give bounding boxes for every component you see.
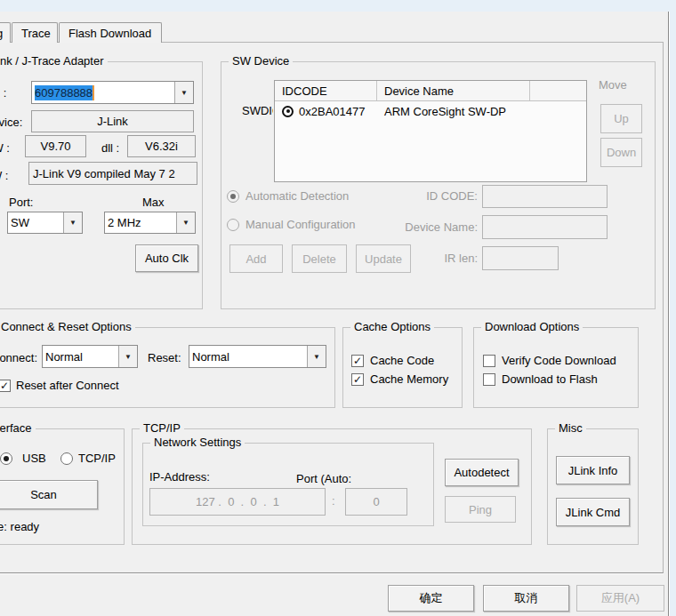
tcpip-radio-label: TCP/IP <box>78 452 116 466</box>
sw-device-group-title: SW Device <box>229 54 293 68</box>
tab-flash-download-label: Flash Download <box>68 27 151 40</box>
connect-dropdown-arrow-icon[interactable]: ▼ <box>118 346 137 367</box>
interface-group-title: Interface <box>0 421 36 436</box>
connect-combobox[interactable]: Normal ▼ <box>42 345 138 368</box>
ir-len-label: IR len: <box>406 252 478 266</box>
manual-configuration-label: Manual Configuration <box>245 218 356 232</box>
sn-dropdown-arrow-icon[interactable]: ▼ <box>174 82 193 103</box>
sn-combobox[interactable]: 609788888 ▼ <box>31 81 194 104</box>
usb-label: USB <box>22 452 46 466</box>
move-label: Move <box>599 78 627 92</box>
tab-trace[interactable]: Trace <box>12 22 58 43</box>
apply-button: 应用(A) <box>576 585 664 612</box>
sn-label: SN : <box>0 86 6 100</box>
cache-code-label: Cache Code <box>370 354 434 368</box>
jlink-driver-setup-dialog: Debug Trace Flash Download J-Link / J-Tr… <box>0 12 669 616</box>
auto-clk-button[interactable]: Auto Clk <box>135 244 198 272</box>
fw-label: FW : <box>0 169 8 183</box>
jlink-info-button[interactable]: JLink Info <box>556 456 630 484</box>
state-text: State: ready <box>0 520 39 534</box>
dll-label: dll : <box>101 141 119 156</box>
connect-reset-group-title: Connect & Reset Options <box>0 320 135 334</box>
port-dropdown-arrow-icon[interactable]: ▼ <box>63 212 82 233</box>
cache-memory-checkbox[interactable]: ✓ <box>351 373 364 386</box>
cancel-button[interactable]: 取消 <box>483 585 569 612</box>
tab-flash-download[interactable]: Flash Download <box>59 22 162 43</box>
automatic-detection-radio <box>227 190 239 203</box>
download-to-flash-checkbox[interactable] <box>483 373 495 386</box>
cache-options-group-title: Cache Options <box>350 320 434 334</box>
row-idcode: 0x2BA01477 <box>299 105 365 118</box>
screen: Debug Trace Flash Download J-Link / J-Tr… <box>0 0 676 616</box>
tcpip-group-title: TCP/IP <box>140 421 184 436</box>
cache-memory-label: Cache Memory <box>370 372 448 387</box>
max-label: Max <box>142 196 165 210</box>
verify-code-download-checkbox[interactable] <box>483 355 495 367</box>
usb-radio[interactable] <box>0 452 12 465</box>
download-to-flash-label: Download to Flash <box>502 372 598 387</box>
id-code-input <box>482 185 608 208</box>
move-down-button: Down <box>600 138 642 167</box>
row-selected-radio-icon <box>282 106 294 117</box>
verify-code-download-label: Verify Code Download <box>502 354 616 368</box>
scan-button[interactable]: Scan <box>0 480 98 509</box>
reset-value: Normal <box>189 346 307 367</box>
max-clock-combobox[interactable]: 2 MHz ▼ <box>104 212 196 234</box>
hw-label: HW : <box>0 141 10 156</box>
move-up-button: Up <box>600 104 642 133</box>
device-name-label: Device Name: <box>371 220 478 235</box>
dll-value-box: V6.32i <box>127 135 196 157</box>
ip-port-separator: : <box>332 494 335 508</box>
column-header-device-name: Device Name <box>377 81 530 100</box>
port-label: Port: <box>9 196 33 210</box>
ir-len-input <box>482 246 559 270</box>
hw-value-box: V9.70 <box>25 135 86 157</box>
reset-after-connect-label: Reset after Connect <box>16 379 119 393</box>
connect-label: Connect: <box>0 351 37 365</box>
automatic-detection-label: Automatic Detection <box>245 189 349 204</box>
device-value-box: J-Link <box>31 110 194 132</box>
port-input: 0 <box>345 488 407 516</box>
ok-button[interactable]: 确定 <box>388 585 474 612</box>
tab-debug-label: Debug <box>0 27 3 40</box>
table-header-row: IDCODE Device Name <box>275 81 586 101</box>
column-header-idcode: IDCODE <box>275 81 377 100</box>
port-combobox[interactable]: SW ▼ <box>7 212 83 234</box>
adapter-group-title: J-Link / J-Trace Adapter <box>0 54 108 68</box>
column-header-blank <box>530 81 586 100</box>
swdio-row-label: SWDIO <box>242 104 273 118</box>
tab-debug[interactable]: Debug <box>0 22 11 43</box>
update-button: Update <box>356 244 411 273</box>
jlink-cmd-button[interactable]: JLink Cmd <box>556 498 630 526</box>
reset-dropdown-arrow-icon[interactable]: ▼ <box>307 346 326 367</box>
ping-button: Ping <box>445 496 516 523</box>
misc-group: Misc <box>547 428 639 545</box>
ip-address-label: IP-Address: <box>149 470 212 484</box>
ip-address-input: 127 . 0 . 0 . 1 <box>149 488 326 516</box>
port-value: SW <box>8 212 63 233</box>
cache-code-checkbox[interactable]: ✓ <box>351 355 364 367</box>
reset-label: Reset: <box>148 351 181 365</box>
max-dropdown-arrow-icon[interactable]: ▼ <box>176 212 195 233</box>
reset-combobox[interactable]: Normal ▼ <box>189 345 326 368</box>
connect-value: Normal <box>43 346 118 367</box>
tcpip-radio[interactable] <box>60 452 73 465</box>
id-code-label: ID CODE: <box>389 189 478 204</box>
max-clock-value: 2 MHz <box>105 212 176 233</box>
sn-value: 609788888 <box>35 85 94 100</box>
download-options-group-title: Download Options <box>481 320 583 334</box>
port-auto-label: Port (Auto: <box>296 472 373 486</box>
device-name-input <box>482 215 608 239</box>
reset-after-connect-checkbox[interactable]: ✓ <box>0 380 11 392</box>
autodetect-button[interactable]: Autodetect <box>445 459 519 486</box>
misc-group-title: Misc <box>555 421 586 436</box>
sw-device-table: IDCODE Device Name 0x2BA01477 ARM CoreSi… <box>274 80 587 182</box>
manual-configuration-radio <box>227 219 239 231</box>
table-row[interactable]: 0x2BA01477 ARM CoreSight SW-DP <box>275 101 586 121</box>
row-device-name: ARM CoreSight SW-DP <box>377 105 530 118</box>
add-button: Add <box>229 244 283 273</box>
fw-value-box: J-Link V9 compiled May 7 2 <box>28 162 197 185</box>
device-label: Device: <box>0 116 22 130</box>
tab-trace-label: Trace <box>21 27 51 40</box>
network-settings-group-title: Network Settings <box>150 436 245 450</box>
